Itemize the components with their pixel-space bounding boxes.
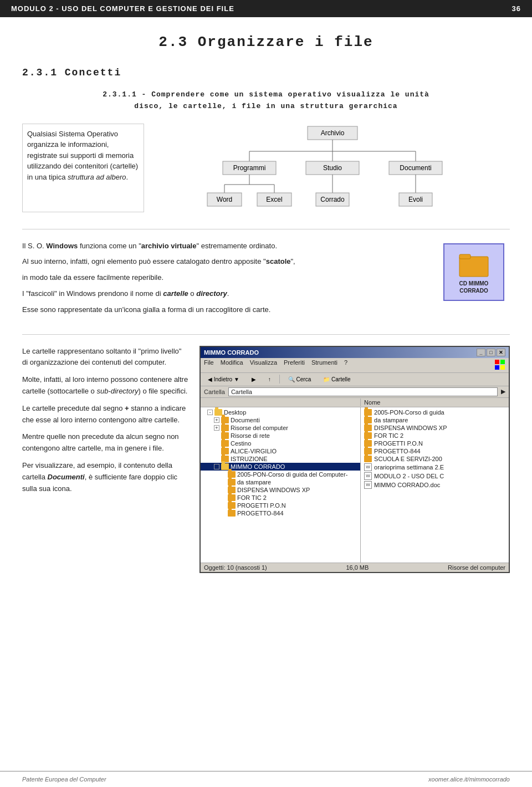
cestino-label: Cestino — [231, 440, 251, 447]
svg-rect-31 — [495, 365, 499, 370]
header-title: MODULO 2 - USO DEL COMPUTER E GESTIONE D… — [11, 4, 234, 13]
tree-item-da-stampare[interactable]: da stampare — [201, 478, 360, 486]
documenti-label: Documenti — [231, 417, 260, 423]
search-button[interactable]: 🔍 Cerca — [284, 375, 315, 384]
svg-text:Word: Word — [217, 196, 232, 203]
right-item-dispensa[interactable]: DISPENSA WINDOWS XP — [361, 424, 509, 432]
right-item-for-tic2[interactable]: FOR TIC 2 — [361, 432, 509, 440]
col-left-spacer — [201, 398, 361, 406]
address-label: Cartella — [204, 389, 225, 395]
risorse-rete-label: Risorse di rete — [231, 432, 270, 439]
right-item-orario[interactable]: W orarioprima settimana 2.E — [361, 463, 509, 472]
ri-dispensa-label: DISPENSA WINDOWS XP — [374, 425, 447, 431]
svg-text:Evoli: Evoli — [408, 196, 423, 203]
tree-item-progetto844[interactable]: PROGETTO-844 — [201, 509, 360, 517]
para-primo-livello: Le cartelle rappresentano soltanto il "p… — [22, 346, 188, 369]
address-box[interactable]: Cartella — [228, 387, 498, 396]
expand-desktop[interactable]: - — [207, 410, 213, 415]
separator — [22, 229, 510, 229]
page-number: 36 — [512, 4, 521, 13]
right-item-modulo2[interactable]: W MODULO 2 - USO DEL C — [361, 472, 509, 481]
svg-text:Programmi: Programmi — [233, 164, 266, 172]
up-button[interactable]: ↑ — [264, 375, 275, 384]
menu-help[interactable]: ? — [344, 359, 347, 371]
windows-logo — [494, 359, 505, 371]
tree-item-for-tic2[interactable]: FOR TIC 2 — [201, 494, 360, 502]
right-item-2005pon[interactable]: 2005-PON-Corso di guida — [361, 408, 509, 416]
back-button[interactable]: ◀ Indietro ▼ — [204, 375, 243, 384]
tree-item-2005pon[interactable]: 2005-PON-Corso di guida del Computer- — [201, 471, 360, 478]
ri-orario-label: orarioprima settimana 2.E — [374, 464, 444, 471]
progetto844-label: PROGETTO-844 — [237, 510, 284, 517]
explorer-body: - Desktop + Documenti + Risorse del comp… — [201, 407, 509, 563]
menu-preferiti[interactable]: Preferiti — [284, 359, 305, 371]
close-button[interactable]: ✕ — [497, 349, 505, 356]
svg-rect-28 — [459, 254, 470, 259]
statusbar-location: Risorse del computer — [448, 564, 505, 571]
right-item-mimmo-doc[interactable]: W MIMMO CORRADO.doc — [361, 481, 509, 489]
ri-2005pon-label: 2005-PON-Corso di guida — [374, 409, 444, 416]
right-item-da-stampare[interactable]: da stampare — [361, 416, 509, 424]
minimize-button[interactable]: _ — [477, 349, 485, 356]
2005pon-label: 2005-PON-Corso di guida del Computer- — [237, 471, 347, 478]
toolbar-separator — [279, 375, 280, 384]
dispensa-label: DISPENSA WINDOWS XP — [237, 487, 310, 493]
section-title: 2.3 Organizzare i file — [22, 34, 510, 50]
progetto844-icon — [228, 510, 236, 517]
maximize-button[interactable]: □ — [487, 349, 495, 356]
para-reperibile: in modo tale da essere facilmente reperi… — [22, 272, 427, 284]
forward-button[interactable]: ▶ — [248, 375, 260, 384]
para-non-precedute: Mentre quelle non precedute da alcun seg… — [22, 431, 188, 454]
menu-visualizza[interactable]: Visualizza — [250, 359, 277, 371]
para-fascicoli: I "fascicoli" in Windows prendono il nom… — [22, 288, 427, 300]
ri-modulo2-icon: W — [364, 472, 372, 480]
footer-right: xoomer.alice.it/mimmocorrado — [428, 776, 510, 783]
expand-documenti[interactable]: + — [214, 417, 219, 423]
ri-for-tic2-label: FOR TIC 2 — [374, 432, 403, 439]
explorer-title: MIMMO CORRADO — [204, 349, 259, 356]
bottom-left-text: Le cartelle rappresentano soltanto il "p… — [22, 346, 188, 573]
svg-rect-27 — [459, 257, 488, 277]
main-content: 2.3 Organizzare i file 2.3.1 Concetti 2.… — [0, 17, 532, 617]
bottom-section: Le cartelle rappresentano soltanto il "p… — [22, 346, 510, 573]
menu-file[interactable]: File — [204, 359, 214, 371]
explorer-menubar: File Modifica Visualizza Preferiti Strum… — [201, 358, 509, 373]
svg-text:Studio: Studio — [323, 164, 342, 172]
folder-icon-svg — [457, 250, 490, 278]
ri-mimmo-doc-label: MIMMO CORRADO.doc — [374, 482, 440, 488]
menu-modifica[interactable]: Modifica — [221, 359, 243, 371]
para-visualizzare: Per visualizzare, ad esempio, il contenu… — [22, 460, 188, 494]
ri-modulo2-label: MODULO 2 - USO DEL C — [374, 473, 444, 479]
para-segno-plus: Le cartelle precedute dal segno + stanno… — [22, 403, 188, 426]
expand-risorse-computer[interactable]: + — [214, 425, 219, 431]
address-go[interactable]: ▶ — [501, 388, 505, 395]
folder-icon-box: CD MIMMOCORRADO — [438, 241, 510, 320]
intro-text: Qualsiasi Sistema Operativo organizza le… — [27, 130, 138, 181]
svg-text:Corrado: Corrado — [320, 196, 345, 203]
tree-item-mimmo[interactable]: - MIMMO CORRADO — [201, 463, 360, 471]
tree-item-dispensa[interactable]: DISPENSA WINDOWS XP — [201, 486, 360, 494]
menu-strumenti[interactable]: Strumenti — [311, 359, 337, 371]
ri-mimmo-doc-icon: W — [364, 481, 372, 489]
explorer-window: MIMMO CORRADO _ □ ✕ File Modifica Visual… — [200, 346, 510, 573]
svg-text:Archivio: Archivio — [321, 129, 345, 137]
right-item-scuola[interactable]: SCUOLA E SERVIZI-200 — [361, 455, 509, 463]
mimmo-label: MIMMO CORRADO — [231, 463, 285, 470]
explorer-statusbar: Oggetti: 10 (nascosti 1) 16,0 MB Risorse… — [201, 563, 509, 572]
svg-text:Documenti: Documenti — [400, 164, 431, 172]
folders-button[interactable]: 📁 Cartelle — [319, 375, 354, 384]
istruzione-label: ISTRUZIONE — [231, 456, 268, 462]
footer-left: Patente Europea del Computer — [22, 776, 106, 783]
intro-text-box: Qualsiasi Sistema Operativo organizza le… — [22, 124, 144, 212]
tree-item-progetti[interactable]: PROGETTI P.O.N — [201, 502, 360, 509]
ri-scuola-label: SCUOLA E SERVIZI-200 — [374, 456, 442, 462]
explorer-address-bar: Cartella Cartella ▶ — [201, 386, 509, 398]
right-item-progetti[interactable]: PROGETTI P.O.N — [361, 440, 509, 447]
col-nome[interactable]: Nome — [361, 398, 509, 406]
statusbar-size: 16,0 MB — [346, 564, 369, 571]
para-windows: Il S. O. Windows funziona come un "archi… — [22, 241, 427, 252]
ri-scuola-icon — [364, 456, 372, 462]
right-item-progetto844[interactable]: PROGETTO-844 — [361, 447, 509, 455]
expand-mimmo[interactable]: - — [214, 464, 219, 469]
mimmo-icon — [221, 463, 229, 470]
